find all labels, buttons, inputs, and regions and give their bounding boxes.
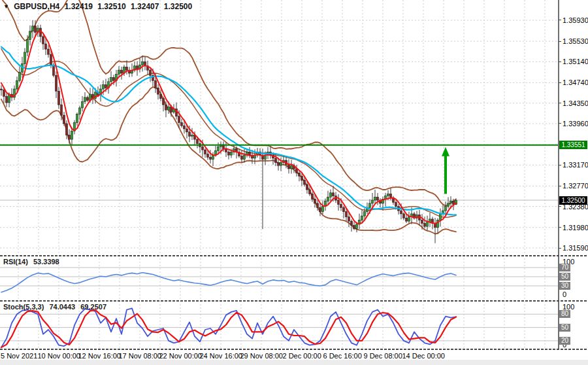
price-axis-label: 1.35530 (563, 37, 588, 45)
chart-title: ▼ GBPUSD,H4 1.32419 1.32510 1.32407 1.32… (3, 2, 195, 11)
time-axis-label: 12 Nov 16:00 (78, 352, 121, 360)
rsi-level-chip: 30 (559, 282, 570, 290)
stoch-level-chip: 80 (559, 310, 570, 318)
axis-tick (559, 61, 561, 62)
price-axis-label: 1.31590 (563, 244, 588, 252)
time-axis-label: 10 Nov 00:00 (38, 352, 80, 360)
price-axis-label: 1.35930 (563, 16, 588, 24)
stoch-d-value: 69.2507 (80, 303, 106, 311)
axis-tick (559, 248, 561, 249)
stoch-level-chip: 50 (559, 324, 570, 332)
price-axis-label: 1.31980 (563, 224, 588, 232)
axis-tick (559, 41, 561, 42)
rsi-level-chip: 70 (559, 264, 570, 271)
axis-tick (559, 206, 561, 207)
chart-window: ▼ GBPUSD,H4 1.32419 1.32510 1.32407 1.32… (0, 0, 588, 365)
hline-price-chip: 1.33551 (559, 141, 587, 149)
rsi-scale-label: 0 (563, 290, 566, 298)
stoch-level-chip: 20 (559, 337, 570, 345)
price-axis-label: 1.33170 (563, 161, 588, 169)
panel-separator-rsi-stoch[interactable] (0, 300, 588, 302)
price-axis-label: 1.35140 (563, 58, 588, 65)
axis-tick (559, 227, 561, 228)
window-edge (0, 360, 588, 365)
rsi-name: RSI(14) (3, 258, 28, 266)
price-axis-border (558, 0, 559, 350)
bollinger-lower-line (1, 87, 456, 234)
rsi-indicator-label: RSI(14) 53.3398 (3, 258, 63, 266)
price-axis-label: 1.34350 (563, 99, 588, 107)
axis-tick (559, 165, 561, 165)
stoch-k-value: 74.0443 (49, 303, 75, 311)
axis-tick (559, 186, 561, 186)
time-axis-label: 24 Nov 16:00 (200, 352, 242, 360)
stoch-scale-label: 100 (563, 303, 574, 311)
grid-layer (0, 0, 558, 349)
up-arrow-object[interactable] (442, 147, 449, 194)
panel-separator-bottom[interactable] (0, 349, 588, 350)
axis-tick (559, 20, 561, 20)
time-axis-label: 2 Dec 00:00 (283, 352, 321, 360)
symbol-title: GBPUSD,H4 (14, 2, 59, 11)
ohlc-high: 1.32510 (97, 2, 125, 11)
panel-separator-main-rsi[interactable] (0, 255, 588, 256)
stoch-name: Stoch(5,3,3) (3, 303, 44, 311)
axis-tick (559, 123, 561, 124)
ohlc-close: 1.32500 (164, 2, 192, 11)
price-axis-label: 1.32770 (563, 182, 588, 190)
time-axis-label: 29 Nov 08:00 (240, 352, 283, 360)
time-axis-label: 22 Nov 00:00 (159, 352, 202, 360)
symbol-dropdown-icon[interactable]: ▼ (3, 3, 9, 10)
time-axis-label: 5 Nov 2021 (1, 352, 37, 360)
axis-tick (559, 82, 561, 83)
time-axis-label: 6 Dec 16:00 (323, 352, 362, 360)
price-axis-label: 1.33960 (563, 120, 588, 128)
price-axis-label: 1.34740 (563, 78, 588, 86)
rsi-line (1, 273, 456, 292)
ohlc-low: 1.32407 (131, 2, 159, 11)
time-axis-label: 17 Nov 08:00 (119, 352, 161, 360)
stoch-indicator-label: Stoch(5,3,3) 74.0443 69.2507 (3, 303, 110, 311)
axis-tick (559, 103, 561, 103)
current-price-chip: 1.32500 (559, 196, 587, 205)
ohlc-open: 1.32419 (65, 2, 93, 11)
time-axis-label: 14 Dec 00:00 (402, 352, 445, 360)
time-axis-label: 9 Dec 08:00 (364, 352, 402, 360)
rsi-value: 53.3398 (33, 258, 59, 266)
rsi-level-chip: 50 (559, 273, 570, 281)
